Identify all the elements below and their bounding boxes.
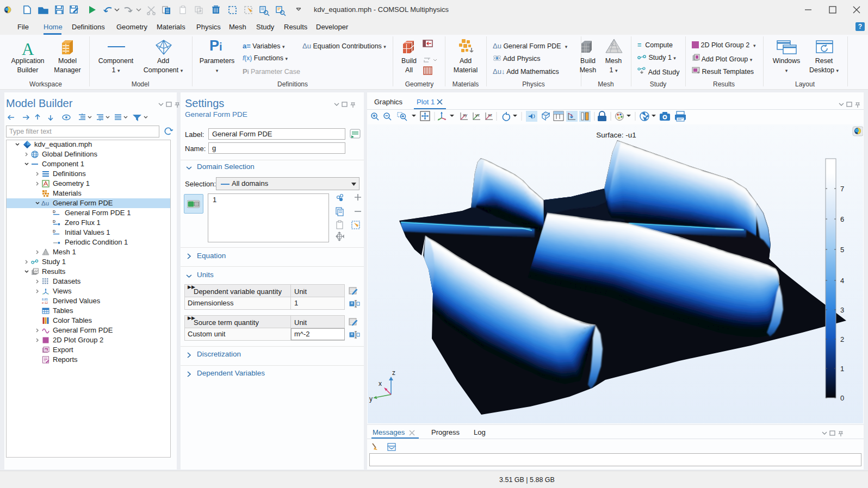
svg-text:xy: xy [463, 112, 467, 117]
svg-text:z: z [392, 369, 395, 377]
svg-text:x: x [379, 380, 382, 387]
svg-text:▣: ▣ [45, 348, 47, 351]
svg-text:6: 6 [840, 215, 844, 223]
svg-text:0: 0 [840, 394, 844, 402]
svg-text:1: 1 [840, 365, 844, 373]
svg-text:y: y [369, 395, 373, 403]
svg-text:D: D [53, 220, 55, 223]
svg-text:7: 7 [840, 185, 844, 193]
svg-text:2: 2 [840, 335, 844, 343]
svg-text:yz: yz [475, 112, 480, 117]
svg-text:4: 4 [840, 277, 844, 285]
svg-text:D: D [53, 229, 55, 233]
svg-text:Surface: -u1: Surface: -u1 [596, 131, 636, 139]
svg-text:e-12: e-12 [42, 301, 48, 304]
svg-text:D: D [53, 210, 55, 214]
svg-text:3: 3 [840, 306, 844, 314]
svg-text:xz: xz [488, 112, 492, 117]
svg-text:5: 5 [840, 246, 844, 254]
